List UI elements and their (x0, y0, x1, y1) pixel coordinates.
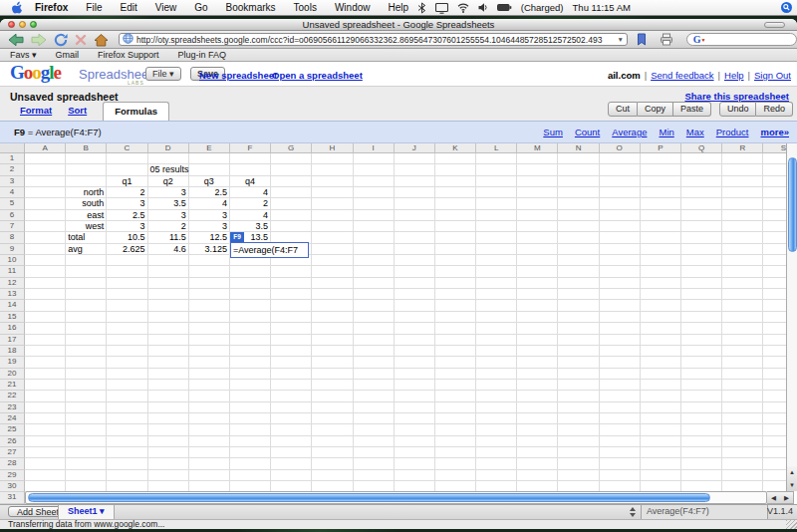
cell-J11[interactable] (395, 266, 435, 277)
cell-L5[interactable] (476, 198, 517, 209)
cell-F21[interactable] (230, 380, 271, 391)
cell-D28[interactable] (148, 458, 189, 469)
display-icon[interactable] (435, 2, 448, 14)
cell-L16[interactable] (476, 323, 517, 334)
cell-O22[interactable] (600, 391, 641, 401)
cell-N20[interactable] (558, 369, 599, 380)
cell-C16[interactable] (107, 323, 147, 334)
cell-L23[interactable] (476, 402, 517, 413)
tab-format[interactable]: Format (20, 105, 52, 116)
cell-E18[interactable] (189, 346, 230, 357)
minimize-window-button[interactable] (19, 21, 26, 28)
scroll-up-arrow[interactable]: ▲ (789, 469, 795, 475)
cell-A9[interactable] (25, 244, 66, 255)
cell-K7[interactable] (435, 221, 476, 232)
cell-O17[interactable] (600, 335, 641, 346)
url-text[interactable]: http://oty.spreadsheets.google.com/ccc?i… (136, 35, 614, 45)
cell-C21[interactable] (107, 380, 147, 391)
cell-G16[interactable] (271, 323, 312, 334)
cell-O14[interactable] (600, 300, 641, 311)
cell-E16[interactable] (189, 323, 230, 334)
row-header-2[interactable]: 2 (0, 164, 25, 175)
cell-C7[interactable]: 3 (107, 221, 147, 232)
cell-H19[interactable] (312, 357, 353, 368)
cell-A8[interactable] (25, 232, 66, 243)
cell-F4[interactable]: 4 (230, 187, 271, 198)
cell-J1[interactable] (395, 153, 435, 164)
function-link-average[interactable]: Average (612, 127, 647, 137)
scroll-down-arrow[interactable]: ▼ (789, 482, 795, 488)
cell-P11[interactable] (641, 266, 681, 277)
cell-S22[interactable] (763, 391, 786, 401)
cell-S17[interactable] (763, 335, 786, 346)
cell-P24[interactable] (641, 413, 681, 424)
cell-L13[interactable] (476, 289, 517, 300)
cell-H26[interactable] (312, 436, 353, 447)
cell-Q13[interactable] (681, 289, 722, 300)
cell-G3[interactable] (271, 176, 312, 187)
cell-P7[interactable] (641, 221, 681, 232)
cell-I4[interactable] (354, 187, 395, 198)
cell-R20[interactable] (722, 369, 763, 380)
cell-A2[interactable] (25, 164, 66, 175)
cell-D3[interactable]: q2 (148, 176, 189, 187)
cell-D14[interactable] (148, 300, 189, 311)
cell-P12[interactable] (641, 278, 681, 289)
cell-F15[interactable] (230, 312, 271, 323)
cell-C28[interactable] (107, 458, 147, 469)
cell-B2[interactable] (66, 164, 107, 175)
cell-B1[interactable] (66, 153, 107, 164)
cell-Q24[interactable] (681, 413, 722, 424)
cell-C9[interactable]: 2.625 (107, 244, 147, 255)
battery-icon[interactable] (497, 2, 512, 13)
close-window-button[interactable] (8, 21, 15, 28)
cell-C3[interactable]: q1 (107, 176, 147, 187)
cell-A29[interactable] (25, 470, 66, 481)
cell-I6[interactable] (354, 210, 395, 221)
row-header-24[interactable]: 24 (0, 413, 25, 424)
cell-C8[interactable]: 10.5 (107, 232, 147, 243)
cell-O16[interactable] (600, 323, 641, 334)
file-menu-button[interactable]: File ▾ (145, 67, 181, 81)
toolbar-toggle-pill[interactable] (764, 22, 785, 28)
cell-J5[interactable] (395, 198, 435, 209)
back-button[interactable] (8, 33, 24, 47)
cell-B29[interactable] (66, 470, 107, 481)
cell-H23[interactable] (312, 402, 353, 413)
bookmark-firefox-support[interactable]: Firefox Support (98, 50, 159, 60)
cell-R4[interactable] (722, 187, 763, 198)
cell-N4[interactable] (558, 187, 599, 198)
url-dropdown-icon[interactable]: ▼ (617, 36, 623, 43)
cell-K18[interactable] (435, 346, 476, 357)
cell-K2[interactable] (435, 164, 476, 175)
cell-M10[interactable] (517, 255, 558, 266)
cell-R29[interactable] (722, 470, 763, 481)
redo-button[interactable]: Redo (756, 102, 793, 117)
column-header-G[interactable]: G (271, 143, 312, 153)
cell-E15[interactable] (189, 312, 230, 323)
row-header-11[interactable]: 11 (0, 266, 25, 277)
cell-I24[interactable] (354, 413, 395, 424)
cell-I3[interactable] (354, 176, 395, 187)
cell-K21[interactable] (435, 380, 476, 391)
cell-D19[interactable] (148, 357, 189, 368)
cell-S11[interactable] (763, 266, 786, 277)
cell-A12[interactable] (25, 278, 66, 289)
row-header-30[interactable]: 30 (0, 481, 25, 492)
cell-S27[interactable] (763, 447, 786, 458)
cell-N11[interactable] (558, 266, 599, 277)
cell-P2[interactable] (641, 164, 681, 175)
cell-N27[interactable] (558, 447, 599, 458)
cell-N18[interactable] (558, 346, 599, 357)
cell-I7[interactable] (354, 221, 395, 232)
cell-D1[interactable] (148, 153, 189, 164)
cell-I10[interactable] (354, 255, 395, 266)
cell-F2[interactable] (230, 164, 271, 175)
cell-O23[interactable] (600, 402, 641, 413)
cell-A7[interactable] (25, 221, 66, 232)
cell-K1[interactable] (435, 153, 476, 164)
cell-L19[interactable] (476, 357, 517, 368)
cell-R5[interactable] (722, 198, 763, 209)
cell-S23[interactable] (763, 402, 786, 413)
cell-F29[interactable] (230, 470, 271, 481)
